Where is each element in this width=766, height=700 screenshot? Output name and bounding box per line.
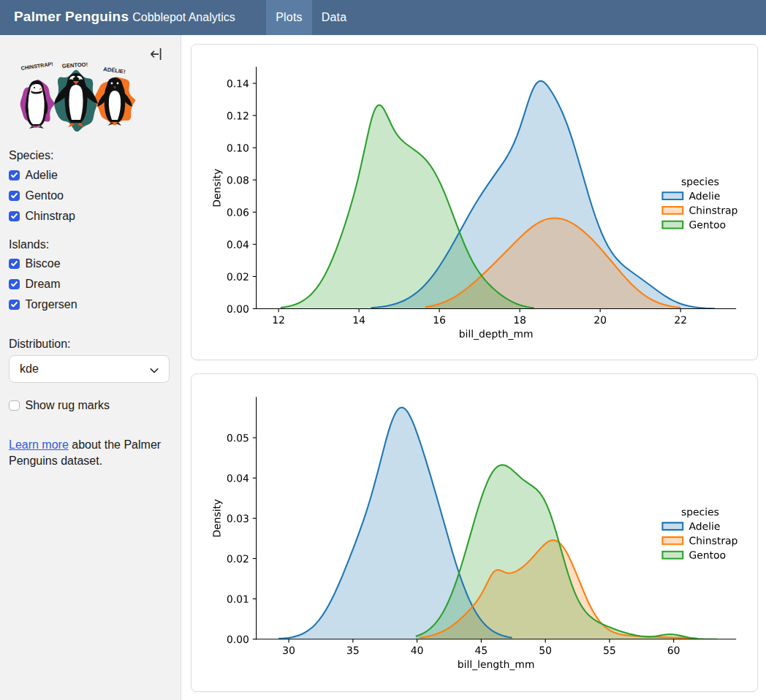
svg-text:CHINSTRAP!: CHINSTRAP! <box>20 61 53 72</box>
svg-text:GENTOO!: GENTOO! <box>62 61 88 69</box>
svg-text:ADÉLIE!: ADÉLIE! <box>103 66 126 75</box>
